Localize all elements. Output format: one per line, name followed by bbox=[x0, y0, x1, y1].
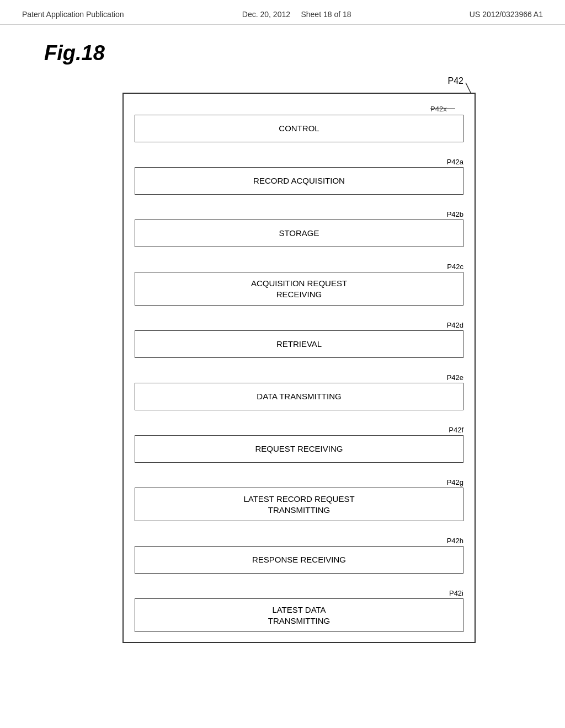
module-data-transmitting: DATA TRANSMITTING bbox=[135, 383, 463, 410]
diagram-area: P42 P42x CONTROL P42a RECORD AC bbox=[89, 76, 476, 683]
module-response-receiving: RESPONSE RECEIVING bbox=[135, 546, 463, 574]
module-acquisition-request-receiving: ACQUISITION REQUESTRECEIVING bbox=[135, 272, 463, 306]
latest-record-request-transmitting-label: LATEST RECORD REQUESTTRANSMITTING bbox=[243, 494, 354, 515]
module-latest-data-transmitting: LATEST DATATRANSMITTING bbox=[135, 598, 463, 632]
header-publication: Patent Application Publication bbox=[22, 10, 124, 19]
acquisition-request-receiving-label: ACQUISITION REQUESTRECEIVING bbox=[251, 278, 347, 299]
data-transmitting-label: DATA TRANSMITTING bbox=[257, 391, 341, 402]
label-p42e: P42e bbox=[447, 373, 463, 382]
label-p42d: P42d bbox=[447, 321, 463, 329]
svg-line-0 bbox=[466, 83, 471, 94]
module-row-p42h: P42h RESPONSE RECEIVING bbox=[135, 537, 463, 574]
module-row-p42i: P42i LATEST DATATRANSMITTING bbox=[135, 589, 463, 632]
module-latest-record-request-transmitting: LATEST RECORD REQUESTTRANSMITTING bbox=[135, 488, 463, 521]
module-row-p42e: P42e DATA TRANSMITTING bbox=[135, 373, 463, 410]
module-storage: STORAGE bbox=[135, 220, 463, 247]
response-receiving-label: RESPONSE RECEIVING bbox=[252, 554, 346, 565]
module-request-receiving: REQUEST RECEIVING bbox=[135, 435, 463, 463]
module-row-p42d: P42d RETRIEVAL bbox=[135, 321, 463, 358]
connector-p42x: P42x bbox=[430, 104, 463, 114]
control-label: CONTROL bbox=[279, 123, 319, 134]
label-p42f: P42f bbox=[449, 426, 463, 434]
module-record-acquisition: RECORD ACQUISITION bbox=[135, 167, 463, 195]
outer-container-box: P42x CONTROL P42a RECORD ACQUISITION P42… bbox=[122, 93, 476, 643]
label-p42a: P42a bbox=[447, 158, 463, 166]
latest-data-transmitting-label: LATEST DATATRANSMITTING bbox=[268, 604, 331, 626]
label-p42b: P42b bbox=[447, 210, 463, 218]
header-date: Dec. 20, 2012 bbox=[242, 10, 290, 19]
module-retrieval: RETRIEVAL bbox=[135, 330, 463, 358]
module-control: CONTROL bbox=[135, 115, 463, 142]
label-p42g: P42g bbox=[447, 478, 463, 486]
header-date-sheet: Dec. 20, 2012 Sheet 18 of 18 bbox=[242, 10, 351, 19]
page-header: Patent Application Publication Dec. 20, … bbox=[0, 0, 565, 25]
request-receiving-label: REQUEST RECEIVING bbox=[255, 443, 343, 454]
module-row-p42b: P42b STORAGE bbox=[135, 210, 463, 247]
header-sheet: Sheet 18 of 18 bbox=[301, 10, 351, 19]
module-row-p42f: P42f REQUEST RECEIVING bbox=[135, 426, 463, 463]
label-p42c: P42c bbox=[447, 263, 463, 271]
label-p42i: P42i bbox=[449, 589, 463, 597]
header-patent-number: US 2012/0323966 A1 bbox=[470, 10, 543, 19]
module-row-p42x: P42x CONTROL bbox=[135, 104, 463, 142]
retrieval-label: RETRIEVAL bbox=[276, 339, 322, 350]
module-row-p42c: P42c ACQUISITION REQUESTRECEIVING bbox=[135, 263, 463, 306]
record-acquisition-label: RECORD ACQUISITION bbox=[253, 175, 345, 186]
svg-text:P42x: P42x bbox=[430, 105, 447, 113]
label-p42h: P42h bbox=[447, 537, 463, 545]
figure-title: Fig.18 bbox=[44, 41, 565, 65]
storage-label: STORAGE bbox=[279, 228, 319, 239]
module-row-p42a: P42a RECORD ACQUISITION bbox=[135, 158, 463, 195]
module-row-p42g: P42g LATEST RECORD REQUESTTRANSMITTING bbox=[135, 478, 463, 521]
